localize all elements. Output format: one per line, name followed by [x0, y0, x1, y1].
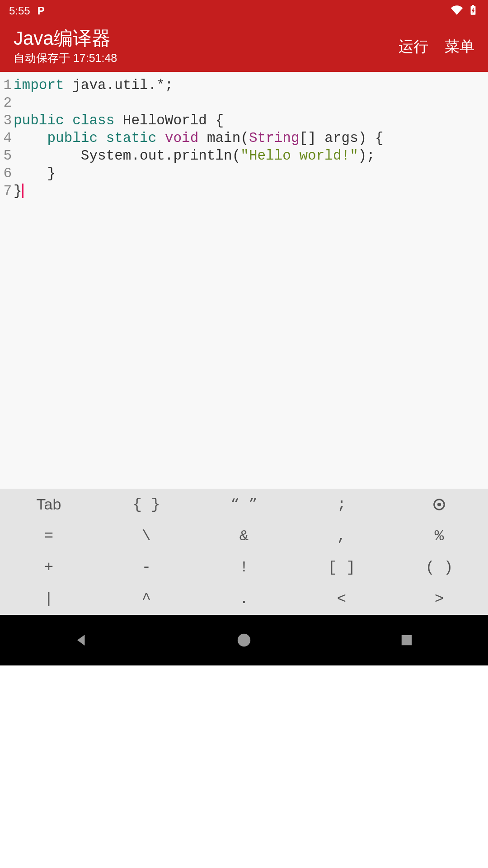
symbol-key-17[interactable]: .	[195, 583, 293, 615]
code-line[interactable]: public static void main(String[] args) {	[14, 129, 488, 147]
symbol-key-12[interactable]: !	[195, 552, 293, 584]
code-line[interactable]: }	[14, 165, 488, 182]
symbol-key-11[interactable]: -	[98, 552, 195, 584]
line-number: 6	[0, 165, 12, 182]
symbol-key-5[interactable]: =	[0, 520, 98, 552]
code-line[interactable]: }	[14, 182, 488, 200]
line-number: 3	[0, 112, 12, 129]
symbol-toolbar: Tab{ }“ ”;=\&,%+-![ ]( )|^.<>	[0, 489, 488, 615]
battery-charging-icon	[467, 4, 479, 18]
code-editor[interactable]: 1234567 import java.util.*; public class…	[0, 72, 488, 489]
line-number: 1	[0, 76, 12, 94]
app-indicator-icon: P	[38, 5, 45, 17]
code-line[interactable]: System.out.println("Hello world!");	[14, 147, 488, 165]
line-number: 2	[0, 94, 12, 112]
code-line[interactable]: import java.util.*;	[14, 76, 488, 94]
symbol-key-9[interactable]: %	[390, 520, 488, 552]
line-gutter: 1234567	[0, 76, 14, 489]
symbol-key-3[interactable]: ;	[293, 489, 390, 520]
symbol-key-1[interactable]: { }	[98, 489, 195, 520]
status-bar: 5:55 P	[0, 0, 488, 22]
status-time: 5:55	[9, 5, 30, 17]
nav-back-button[interactable]	[72, 631, 90, 649]
line-number: 5	[0, 147, 12, 165]
menu-button[interactable]: 菜单	[445, 37, 474, 57]
symbol-key-19[interactable]: >	[390, 583, 488, 615]
symbol-key-14[interactable]: ( )	[390, 552, 488, 584]
run-button[interactable]: 运行	[399, 37, 428, 57]
line-number: 7	[0, 182, 12, 200]
symbol-key-15[interactable]: |	[0, 583, 98, 615]
svg-point-2	[238, 634, 250, 646]
svg-point-1	[438, 503, 441, 505]
symbol-key-2[interactable]: “ ”	[195, 489, 293, 520]
symbol-key-13[interactable]: [ ]	[293, 552, 390, 584]
line-number: 4	[0, 129, 12, 147]
code-line[interactable]	[14, 94, 488, 112]
app-title: Java编译器	[14, 28, 399, 49]
symbol-key-6[interactable]: \	[98, 520, 195, 552]
symbol-key-10[interactable]: +	[0, 552, 98, 584]
code-content[interactable]: import java.util.*; public class HelloWo…	[14, 76, 488, 489]
symbol-key-18[interactable]: <	[293, 583, 390, 615]
autosave-status: 自动保存于 17:51:48	[14, 51, 399, 66]
text-cursor	[22, 184, 23, 198]
nav-home-button[interactable]	[235, 631, 253, 649]
app-bar: Java编译器 自动保存于 17:51:48 运行 菜单	[0, 22, 488, 72]
system-nav-bar	[0, 615, 488, 665]
nav-recent-button[interactable]	[398, 631, 416, 649]
symbol-key-7[interactable]: &	[195, 520, 293, 552]
symbol-key-8[interactable]: ,	[293, 520, 390, 552]
symbol-key-0[interactable]: Tab	[0, 489, 98, 520]
symbol-key-16[interactable]: ^	[98, 583, 195, 615]
svg-rect-3	[402, 635, 412, 646]
wifi-icon	[451, 4, 463, 18]
symbol-key-target-icon[interactable]	[390, 489, 488, 520]
code-line[interactable]: public class HelloWorld {	[14, 112, 488, 129]
